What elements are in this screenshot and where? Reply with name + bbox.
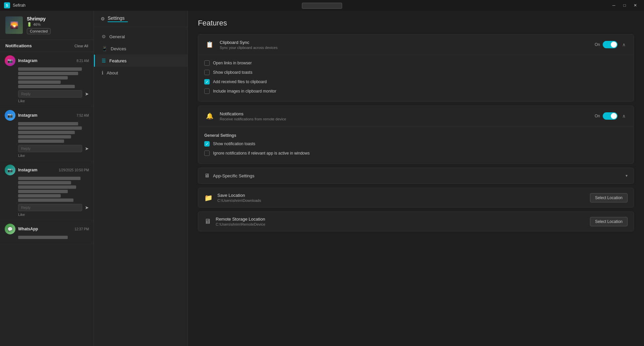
clipboard-toggle-switch[interactable] [603,41,618,48]
ignore-notif-checkbox[interactable] [204,151,210,156]
like-button[interactable]: Like [5,213,25,217]
settings-title-wrapper: Settings [108,15,128,22]
include-images-checkbox[interactable] [204,89,210,94]
restore-button[interactable]: □ [620,2,629,9]
sidebar-item-about[interactable]: ℹ About [94,67,187,79]
sidebar-item-label: Features [109,58,126,63]
checkbox-row: Include images in clipboard monitor [204,86,628,96]
notif-content [5,236,89,239]
minimize-button[interactable]: ─ [609,2,619,9]
battery-percent: 46% [33,22,41,26]
profile-battery: 🔋 46% [27,22,88,27]
clipboard-icon: 📋 [204,39,215,50]
send-button[interactable]: ➤ [85,91,89,97]
remote-location-info: Remote Storage Location C:\Users\shrim\R… [216,217,585,226]
notifications-toggle-area: On ∧ [595,112,628,120]
clipboard-info: Clipboard Sync Sync your clipboard acros… [220,40,590,50]
left-panel: 🌄 Shrimpy 🔋 46% Connected Notifications … [0,11,94,346]
remote-location-path: C:\Users\shrim\RemoteDevice [216,222,585,226]
features-icon: ☰ [102,58,106,63]
send-button[interactable]: ➤ [85,205,89,210]
settings-header: ⚙ Settings [94,11,187,27]
notif-content [5,67,89,88]
clipboard-toggle-area: On ∧ [595,41,628,48]
reply-input[interactable] [18,90,82,98]
notifications-header: Notifications Clear All [0,40,94,52]
connected-badge: Connected [27,28,51,34]
title-search-input[interactable] [302,3,342,9]
notification-item: 📷 Instagram 8:21 AM ➤ Li [0,52,94,107]
show-toasts-checkbox[interactable] [204,70,210,75]
about-icon: ℹ [102,70,103,75]
notif-meta: Instagram 1/29/2025 10:50 PM [18,168,89,172]
clipboard-toggle-label: On [595,42,600,47]
sidebar-item-devices[interactable]: 📱 Devices [94,43,187,55]
page-title: Features [198,19,634,27]
notifications-name: Notifications [220,111,590,116]
settings-title-underline [108,21,128,22]
checkbox-label: Show clipboard toasts [213,70,252,75]
sidebar-item-general[interactable]: ⚙ General [94,31,187,43]
like-button[interactable]: Like [5,99,25,103]
notif-avatar: 📷 [5,55,15,66]
notif-avatar: 📷 [5,110,15,121]
like-button[interactable]: Like [5,154,25,158]
title-bar-center [302,2,342,9]
expand-icon: ▾ [626,173,628,178]
devices-icon: 📱 [102,46,107,51]
select-save-location-button[interactable]: Select Location [590,193,628,203]
checkbox-row: Show notification toasts [204,139,628,149]
open-links-checkbox[interactable] [204,60,210,66]
notif-content [5,177,89,202]
notif-avatar: 📷 [5,165,15,175]
notifications-card-header: 🔔 Notifications Receive notifications fr… [198,106,634,126]
notifications-icon: 🔔 [204,111,215,121]
save-location-info: Save Location C:\Users\shrim\Downloads [217,193,585,203]
notifications-desc: Receive notifications from remote device [220,117,590,121]
settings-panel: ⚙ Settings ⚙ General 📱 Devices ☰ Feature… [94,11,188,346]
checkbox-row: Add received files to clipboard [204,77,628,86]
notifications-title: Notifications [5,43,32,48]
notif-reply-area: ➤ [5,204,89,211]
remote-folder-icon: 🖥 [204,218,211,225]
reply-input[interactable] [18,145,82,152]
notif-app-name: Instagram [18,113,37,118]
profile-section: 🌄 Shrimpy 🔋 46% Connected [0,11,94,40]
app-specific-icon: 🖥 [204,173,210,179]
settings-title: Settings [108,15,128,21]
toggle-knob [611,42,617,48]
settings-nav: ⚙ General 📱 Devices ☰ Features ℹ About [94,27,187,82]
notif-content [5,122,89,143]
clipboard-collapse-button[interactable]: ∧ [620,41,628,48]
avatar-image: 🌄 [5,16,23,34]
features-content: Features 📋 Clipboard Sync Sync your clip… [188,11,644,346]
clipboard-sync-header: 📋 Clipboard Sync Sync your clipboard acr… [198,35,634,55]
clear-all-button[interactable]: Clear All [74,44,88,48]
send-button[interactable]: ➤ [85,146,89,151]
notif-meta: WhatsApp 12:37 PM [18,227,89,231]
clipboard-name: Clipboard Sync [220,40,590,45]
notification-item: 💬 WhatsApp 12:37 PM [0,220,94,244]
select-remote-location-button[interactable]: Select Location [590,217,628,226]
title-bar: S Sefirah ─ □ ✕ [0,0,644,11]
add-files-checkbox[interactable] [204,79,210,84]
clipboard-card-body: Open links in browser Show clipboard toa… [198,55,634,101]
reply-input[interactable] [18,204,82,211]
remote-storage-card: 🖥 Remote Storage Location C:\Users\shrim… [198,212,634,231]
notif-app-name: Instagram [18,58,37,63]
title-bar-controls: ─ □ ✕ [609,2,640,9]
profile-name: Shrimpy [27,16,88,21]
sidebar-item-label: About [107,70,118,75]
checkbox-label: Add received files to clipboard [213,79,267,84]
notifications-collapse-button[interactable]: ∧ [620,113,628,119]
notifications-toggle-switch[interactable] [603,112,618,120]
close-button[interactable]: ✕ [631,2,640,9]
general-icon: ⚙ [102,34,106,39]
notif-time: 1/29/2025 10:50 PM [59,168,89,172]
show-notif-toasts-checkbox[interactable] [204,141,210,147]
notifications-card-body: General Settings Show notification toast… [198,126,634,163]
remote-location-name: Remote Storage Location [216,217,585,222]
app-specific-header[interactable]: 🖥 App-Specific Settings ▾ [198,168,634,183]
checkbox-row: Open links in browser [204,58,628,68]
sidebar-item-features[interactable]: ☰ Features [94,55,187,67]
